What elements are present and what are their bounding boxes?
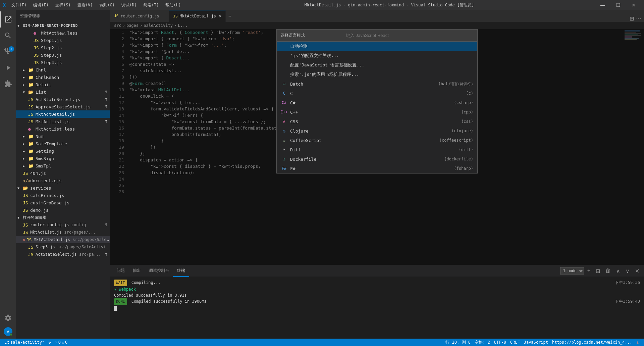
tab-routerconfig[interactable]: JS router.config.js × (110, 10, 169, 22)
terminal-selector[interactable]: 1: node (560, 267, 584, 275)
picker-item[interactable]: ◎ Clojure (clojure) (277, 126, 477, 136)
root-folder[interactable]: ▼ GIN-ADMIN-REACT-FOXMIND (16, 22, 110, 29)
picker-item[interactable]: 'js'的配置文件关联... (277, 51, 477, 60)
run-icon[interactable] (0, 60, 16, 76)
menu-item[interactable]: 查看(V) (75, 2, 96, 9)
status-position[interactable]: 行 20, 列 8 (443, 340, 473, 345)
tree-section-openeditors[interactable]: ▼ 打开的编辑器 (16, 214, 110, 221)
minimize-button[interactable]: — (595, 0, 610, 10)
source-control-icon[interactable]: 3 (0, 44, 16, 60)
tree-item-approvestateselect[interactable]: JS ApproveStateSelect.js M (16, 103, 110, 110)
extensions-icon[interactable] (0, 76, 16, 92)
tree-item-documentejs[interactable]: </> document.ejs (16, 177, 110, 184)
picker-item[interactable]: ☕ CoffeeScript (coffeescript) (277, 136, 477, 145)
tree-item-chnl[interactable]: ▶ 📁 Chnl (16, 66, 110, 73)
more-actions-button[interactable]: ⋯ (636, 15, 641, 22)
delete-terminal-button[interactable]: 🗑 (603, 267, 613, 275)
menu-item[interactable]: 终端(T) (141, 2, 162, 9)
status-errors[interactable]: ✕ 0 ⚠ 0 (53, 340, 69, 345)
tree-item-setting[interactable]: ▶ 📁 Setting (16, 147, 110, 155)
tree-item-mktactnewless[interactable]: ● MktActNew.less (16, 29, 110, 37)
settings-icon[interactable] (0, 310, 16, 326)
add-terminal-button[interactable]: + (585, 267, 592, 275)
tab-mktactdetail[interactable]: JS MktActDetail.js × (169, 10, 226, 22)
picker-item[interactable]: 搜索'.js'的应用市场扩展程序... (277, 70, 477, 79)
split-terminal-button[interactable]: ⊞ (594, 267, 602, 275)
panel-tab-problems[interactable]: 问题 (113, 265, 129, 277)
close-panel-button[interactable]: ✕ (633, 267, 641, 275)
tree-item-num[interactable]: ▶ 📁 Num (16, 133, 110, 140)
picker-item[interactable]: ⚓ Dockerfile (dockerfile) (277, 154, 477, 164)
folder-arrow: ▶ (23, 135, 28, 138)
status-git-arrow[interactable]: ↓ (634, 339, 641, 346)
tree-item-list[interactable]: ▼ 📂 List M (16, 88, 110, 96)
status-feedback[interactable]: https://blog.csdn.net/weixin_4... (550, 340, 634, 345)
tab-overflow-button[interactable]: ⋯ (226, 14, 233, 18)
picker-item[interactable]: C# C# (csharp) (277, 98, 477, 107)
tree-item-mktactdetailjs[interactable]: JS MktActDetail.js (16, 110, 110, 118)
status-git-branch[interactable]: ⎇ sale-activity* (3, 340, 46, 345)
tree-item-mktactlistjs[interactable]: JS MktActList.js M (16, 118, 110, 125)
status-spaces[interactable]: 空格: 2 (473, 340, 492, 345)
tree-item-404js[interactable]: JS 404.js (16, 169, 110, 177)
tree-item-smssign[interactable]: ▶ 📁 SmsSign (16, 155, 110, 162)
tree-item-services[interactable]: ▼ 📂 services (16, 184, 110, 192)
picker-item[interactable]: ⊞ Batch (bat) 语言(标识符) (277, 79, 477, 89)
tree-item-openedstep3[interactable]: JS Step3.js src/pages/SaleActivity/... (16, 243, 110, 251)
close-button[interactable]: ✕ (626, 0, 641, 10)
menu-item[interactable]: 文件(F) (9, 2, 30, 9)
tree-item-openedactstateselect[interactable]: JS ActStateSelect.js src/pa... M (16, 251, 110, 258)
tree-item-step2js[interactable]: JS Step2.js (16, 44, 110, 51)
picker-item[interactable]: C++ C++ (cpp) (277, 107, 477, 117)
menu-item[interactable]: 转到(G) (97, 2, 117, 9)
panel-tab-output[interactable]: 输出 (129, 265, 145, 277)
tree-item-mktactlistless[interactable]: ● MktActList.less (16, 125, 110, 133)
tree-item-openedrouterconfig[interactable]: JS router.config.js config M (16, 221, 110, 229)
explorer-icon[interactable] (0, 11, 16, 28)
tree-item-calcprincsjs[interactable]: JS calcPrincs.js (16, 192, 110, 199)
tree-item-step3js[interactable]: JS Step3.js (16, 51, 110, 59)
panel-content[interactable]: WAIT Compiling... 下午3:59:36 √ Webpack Co… (110, 277, 644, 339)
tree-item-step1js[interactable]: JS Step1.js (16, 37, 110, 44)
picker-search-input[interactable] (343, 32, 473, 39)
menu-item[interactable]: 选择(S) (53, 2, 73, 9)
picker-item[interactable]: Ξ Diff (diff) (277, 145, 477, 154)
maximize-button[interactable]: ❐ (610, 0, 626, 10)
breadcrumb-saleactivity[interactable]: SaleActivity (144, 23, 173, 28)
picker-item[interactable]: 配置'JavaScript'语言基础设置... (277, 60, 477, 70)
panel-tab-terminal[interactable]: 终端 (173, 265, 189, 277)
tree-item-openedmktactdetail[interactable]: ✕ JS MktActDetail.js src/pages\Sale... (16, 236, 110, 243)
tree-item-step4js[interactable]: JS Step4.js (16, 59, 110, 66)
picker-item[interactable]: C C (c) (277, 89, 477, 98)
tree-item-actstateselect[interactable]: JS ActStateSelect.js M (16, 96, 110, 103)
terminal-down-button[interactable]: ∨ (624, 267, 632, 275)
tree-label: MktActNew.less (41, 31, 110, 36)
user-avatar[interactable]: A (4, 327, 12, 336)
tree-item-openedmktactlist[interactable]: JS MktActList.js src/pages/... (16, 229, 110, 236)
breadcrumb-list[interactable]: L... (178, 23, 187, 28)
menu-item[interactable]: 调试(D) (119, 2, 140, 9)
tree-item-smstpl[interactable]: ▶ 📁 SmsTpl (16, 162, 110, 169)
tree-item-saletemplate[interactable]: ▶ 📁 SaleTemplate (16, 140, 110, 147)
tree-item-detail[interactable]: ▶ 📁 Detail (16, 81, 110, 88)
tree-item-demojs[interactable]: JS demo.js (16, 206, 110, 214)
status-encoding[interactable]: UTF-8 (492, 340, 508, 345)
search-icon[interactable] (0, 28, 16, 44)
breadcrumb-pages[interactable]: pages (126, 23, 139, 28)
status-language[interactable]: JavaScript (522, 340, 550, 345)
breadcrumb-src[interactable]: src (114, 23, 121, 28)
status-sync[interactable]: ↻ (46, 340, 53, 345)
tree-item-chnlreach[interactable]: ▶ 📁 ChnlReach (16, 73, 110, 81)
panel-tab-debugconsole[interactable]: 调试控制台 (145, 265, 173, 277)
status-lineending[interactable]: CRLF (508, 340, 522, 345)
terminal-up-button[interactable]: ∧ (614, 267, 622, 275)
menu-item[interactable]: 编辑(E) (31, 2, 51, 9)
menu-item[interactable]: 帮助(H) (163, 2, 183, 9)
picker-item[interactable]: 自动检测 (277, 42, 477, 51)
split-editor-button[interactable]: ⊞ (630, 15, 634, 22)
tab-close-button[interactable]: × (216, 13, 221, 19)
picker-item[interactable]: F# F# (fsharp) (277, 164, 477, 173)
title-bar-controls[interactable]: — ❐ ✕ (595, 0, 641, 10)
tree-item-custmgrpbasejs[interactable]: JS custmGrpBase.js (16, 199, 110, 206)
picker-item[interactable]: # CSS (css) (277, 117, 477, 126)
